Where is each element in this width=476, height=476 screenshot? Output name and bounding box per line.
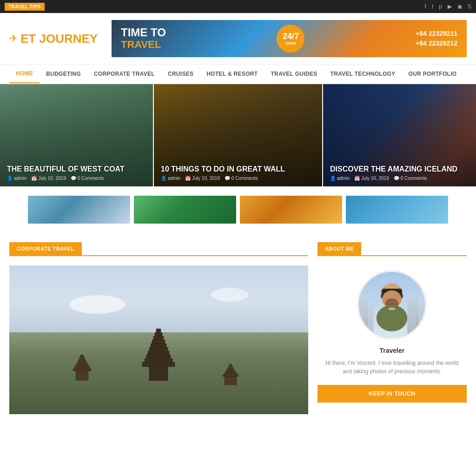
small-temple-left <box>69 355 95 387</box>
svg-rect-22 <box>225 371 236 373</box>
traveler-name: Traveler <box>317 347 467 354</box>
svg-rect-7 <box>146 355 171 358</box>
svg-rect-19 <box>229 364 232 366</box>
header: ✈ ET JOURNEY TIME TO TRAVEL 24/7 OPEN +8… <box>0 13 476 64</box>
svg-rect-9 <box>142 362 175 367</box>
cloud-1 <box>69 295 125 314</box>
hero-comments-1: 💬 0 Comments <box>71 176 104 181</box>
youtube-icon[interactable]: ▶ <box>448 3 452 10</box>
svg-rect-18 <box>76 371 88 380</box>
nav-home[interactable]: HOME <box>9 65 40 83</box>
logo[interactable]: ✈ ET JOURNEY <box>9 32 102 46</box>
about-avatar-wrapper <box>317 265 467 340</box>
thumbnail-4[interactable] <box>346 196 448 224</box>
thumbnail-1[interactable] <box>28 196 130 224</box>
svg-point-39 <box>389 308 396 311</box>
avatar-svg <box>359 270 425 340</box>
main-nav: HOME BUDGETING CORPORATE TRAVEL CRUISES … <box>0 64 476 84</box>
svg-rect-21 <box>227 369 234 371</box>
svg-rect-31 <box>416 303 425 338</box>
svg-rect-28 <box>359 298 368 338</box>
svg-rect-23 <box>224 373 237 375</box>
nav-hotel-resort[interactable]: HOTEL & RESORT <box>200 65 264 83</box>
svg-rect-16 <box>74 366 90 369</box>
svg-rect-29 <box>367 305 373 338</box>
svg-rect-12 <box>79 357 85 359</box>
nav-our-portfolio[interactable]: OUR PORTFOLIO <box>402 65 463 83</box>
svg-rect-24 <box>223 375 238 377</box>
svg-rect-3 <box>152 340 165 344</box>
main-content: CORPORATE TRAVEL <box>0 233 476 423</box>
hero-title-2: 10 THINGS TO DO IN GREAT WALL <box>161 165 315 173</box>
phone1: +84 22329211 <box>416 29 457 39</box>
hero-meta-3: 👤 admin 📅 July 10, 2019 💬 0 Comments <box>330 176 469 181</box>
nav-cruises[interactable]: CRUISES <box>161 65 200 83</box>
travel-tips-badge[interactable]: TRAVEL TIPS <box>5 3 45 11</box>
hero-overlay-2: 10 THINGS TO DO IN GREAT WALL 👤 admin 📅 … <box>154 159 322 186</box>
svg-rect-2 <box>153 336 164 340</box>
banner-line2: TRAVEL <box>121 39 166 51</box>
nav-travel-guides[interactable]: TRAVEL GUIDES <box>264 65 324 83</box>
svg-rect-14 <box>77 362 87 364</box>
banner: TIME TO TRAVEL 24/7 OPEN +84 22329211 +8… <box>112 20 467 57</box>
svg-rect-11 <box>80 355 84 357</box>
article-image[interactable] <box>9 265 308 414</box>
hero-overlay-1: THE BEAUTIFUL OF WEST COAT 👤 admin 📅 Jul… <box>0 159 153 186</box>
banner-open: OPEN <box>285 41 296 46</box>
small-temple-right <box>219 364 242 392</box>
top-bar: TRAVEL TIPS f t p ▶ ◉ S <box>0 0 476 13</box>
thumbnail-3[interactable] <box>240 196 342 224</box>
temple-image <box>9 265 308 414</box>
hero-post-1[interactable]: THE BEAUTIFUL OF WEST COAT 👤 admin 📅 Jul… <box>0 84 153 186</box>
social-icons: f t p ▶ ◉ S <box>425 3 471 10</box>
svg-rect-5 <box>149 347 168 351</box>
hero-author-2: 👤 admin <box>161 176 180 181</box>
instagram-icon[interactable]: ◉ <box>457 3 462 10</box>
about-me-header: ABOUT ME <box>317 242 467 256</box>
svg-rect-15 <box>76 364 88 366</box>
hero-comments-2: 💬 0 Comments <box>225 176 258 181</box>
temple-svg <box>135 329 182 384</box>
nav-travel-technology[interactable]: TRAVEL TECHNOLOGY <box>324 65 402 83</box>
hero-post-2[interactable]: 10 THINGS TO DO IN GREAT WALL 👤 admin 📅 … <box>153 84 323 186</box>
thumbnail-strip <box>0 186 476 233</box>
svg-rect-20 <box>228 366 233 369</box>
banner-line1: TIME TO <box>121 26 166 39</box>
cloud-2 <box>211 288 248 302</box>
svg-rect-0 <box>156 329 161 332</box>
svg-rect-1 <box>155 332 162 336</box>
banner-phone: +84 22329211 +84 22329212 <box>416 29 457 48</box>
hero-meta-2: 👤 admin 📅 July 10, 2019 💬 0 Comments <box>161 176 315 181</box>
logo-icon: ✈ <box>9 33 18 45</box>
svg-rect-25 <box>225 377 237 385</box>
svg-rect-17 <box>73 369 91 371</box>
keep-in-touch-button[interactable]: KEEP IN TOUCH <box>317 385 467 403</box>
hero-overlay-3: DISCOVER THE AMAZING ICELAND 👤 admin 📅 J… <box>323 159 476 186</box>
left-column: CORPORATE TRAVEL <box>9 242 308 414</box>
nav-corporate-travel[interactable]: CORPORATE TRAVEL <box>87 65 161 83</box>
facebook-icon[interactable]: f <box>425 3 426 10</box>
hero-meta-1: 👤 admin 📅 July 10, 2019 💬 0 Comments <box>7 176 146 181</box>
thumbnail-2[interactable] <box>134 196 236 224</box>
avatar <box>357 270 427 340</box>
nav-budgeting[interactable]: BUDGETING <box>40 65 87 83</box>
svg-rect-4 <box>151 344 166 347</box>
banner-badge: 24/7 OPEN <box>277 25 304 53</box>
hero-title-1: THE BEAUTIFUL OF WEST COAT <box>7 165 146 173</box>
pinterest-icon[interactable]: p <box>439 3 442 10</box>
right-column: ABOUT ME <box>317 242 467 414</box>
hero-date-2: 📅 July 10, 2019 <box>185 176 220 181</box>
hero-date-1: 📅 July 10, 2019 <box>31 176 66 181</box>
hero-post-3[interactable]: DISCOVER THE AMAZING ICELAND 👤 admin 📅 J… <box>323 84 476 186</box>
hero-section: THE BEAUTIFUL OF WEST COAT 👤 admin 📅 Jul… <box>0 84 476 186</box>
svg-rect-6 <box>148 351 169 355</box>
corporate-travel-header: CORPORATE TRAVEL <box>9 242 308 256</box>
skype-icon[interactable]: S <box>468 3 471 10</box>
about-me-title: ABOUT ME <box>317 242 362 255</box>
banner-text: TIME TO TRAVEL <box>121 26 166 51</box>
svg-rect-8 <box>145 358 172 362</box>
logo-text: ET JOURNEY <box>20 32 98 46</box>
twitter-icon[interactable]: t <box>432 3 433 10</box>
hero-title-3: DISCOVER THE AMAZING ICELAND <box>330 165 469 173</box>
corporate-travel-title: CORPORATE TRAVEL <box>9 242 82 255</box>
